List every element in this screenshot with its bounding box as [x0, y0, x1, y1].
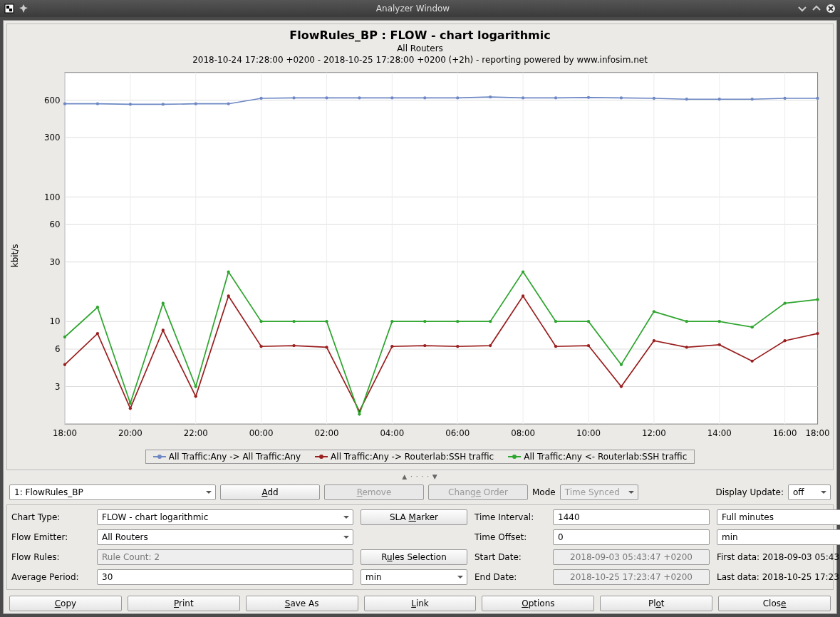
svg-text:08:00: 08:00: [511, 428, 535, 438]
svg-text:18:00: 18:00: [806, 428, 830, 438]
flow-emitter-select[interactable]: All Routers: [97, 529, 353, 545]
copy-button[interactable]: Copy: [9, 596, 122, 611]
y-axis-label: kbit/s: [7, 65, 23, 447]
svg-point-68: [783, 97, 786, 100]
save-as-button[interactable]: Save As: [246, 596, 358, 611]
time-offset-label: Time Offset:: [475, 532, 546, 542]
time-offset-input[interactable]: 0: [553, 529, 710, 545]
chart-type-label: Chart Type:: [11, 512, 90, 522]
svg-point-103: [358, 413, 361, 415]
legend-item-1: All Traffic:Any -> All Traffic:Any: [153, 452, 301, 462]
svg-point-75: [227, 294, 230, 297]
chart-range: 2018-10-24 17:28:00 +0200 - 2018-10-25 1…: [7, 55, 833, 65]
end-date-label: End Date:: [475, 572, 546, 582]
rules-selection-button[interactable]: Rules Selection: [361, 549, 467, 565]
svg-point-108: [522, 271, 524, 274]
svg-point-81: [423, 344, 426, 347]
svg-point-57: [423, 96, 426, 99]
svg-point-54: [325, 96, 328, 99]
svg-point-92: [783, 339, 786, 342]
flow-rules-field: Rule Count: 2: [97, 549, 353, 565]
svg-point-70: [63, 363, 66, 366]
svg-point-83: [489, 344, 492, 347]
svg-rect-2: [9, 9, 12, 11]
svg-point-80: [390, 345, 393, 348]
svg-point-107: [489, 320, 492, 323]
avg-period-input[interactable]: 30: [97, 569, 353, 585]
time-offset-unit[interactable]: min: [717, 529, 840, 545]
svg-point-105: [423, 320, 426, 323]
flow-emitter-label: Flow Emitter:: [11, 532, 90, 542]
chart-plot[interactable]: 3610306010030060018:0020:0022:0000:0002:…: [23, 65, 833, 447]
svg-point-104: [390, 320, 393, 323]
close-icon[interactable]: [826, 4, 836, 14]
pin-icon[interactable]: [19, 4, 28, 14]
svg-point-69: [816, 97, 819, 100]
flow-select[interactable]: 1: FlowRules_BP: [9, 484, 216, 500]
svg-point-58: [456, 96, 459, 99]
last-data-text: Last data: 2018-10-25 17:23: [717, 572, 840, 582]
remove-button: Remove: [324, 484, 424, 500]
start-date-field: 2018-09-03 05:43:47 +0200: [553, 549, 710, 565]
svg-text:20:00: 20:00: [118, 428, 142, 438]
form-panel: Chart Type: FLOW - chart logarithmic SLA…: [6, 504, 834, 590]
svg-point-90: [718, 343, 721, 346]
svg-text:3: 3: [55, 382, 61, 392]
svg-point-67: [751, 98, 754, 100]
svg-point-51: [227, 103, 230, 105]
avg-period-unit[interactable]: min: [361, 569, 467, 585]
svg-text:12:00: 12:00: [642, 428, 666, 438]
options-button[interactable]: Options: [482, 596, 594, 611]
svg-text:100: 100: [44, 192, 61, 202]
time-interval-unit[interactable]: Full minutes: [717, 509, 840, 525]
chart-title: FlowRules_BP : FLOW - chart logarithmic: [7, 28, 833, 42]
display-update-select[interactable]: off: [788, 484, 831, 500]
link-button[interactable]: Link: [364, 596, 477, 611]
svg-point-82: [456, 345, 459, 348]
svg-rect-1: [6, 6, 9, 9]
flow-toolbar: 1: FlowRules_BP Add Remove Change Order …: [6, 483, 834, 502]
sla-marker-button[interactable]: SLA Marker: [361, 509, 467, 525]
maximize-icon[interactable]: [812, 4, 821, 14]
svg-text:02:00: 02:00: [315, 428, 339, 438]
svg-text:6: 6: [55, 344, 61, 354]
splitter[interactable]: ▲ · · · · ▼: [6, 473, 834, 480]
close-button[interactable]: Close: [718, 596, 831, 611]
svg-point-86: [587, 344, 590, 347]
legend: All Traffic:Any -> All Traffic:Any All T…: [145, 450, 695, 464]
svg-point-115: [751, 326, 754, 328]
print-button[interactable]: Print: [128, 596, 240, 611]
chart-type-select[interactable]: FLOW - chart logarithmic: [97, 509, 353, 525]
svg-point-56: [390, 96, 393, 99]
bottom-toolbar: Copy Print Save As Link Options Plot Clo…: [6, 593, 834, 614]
svg-point-63: [620, 96, 623, 99]
svg-point-59: [489, 95, 492, 98]
titlebar[interactable]: Analyzer Window: [0, 0, 840, 17]
minimize-icon[interactable]: [797, 4, 807, 14]
svg-point-48: [129, 103, 132, 105]
svg-point-87: [620, 385, 623, 388]
add-button[interactable]: Add: [220, 484, 320, 500]
svg-text:06:00: 06:00: [445, 428, 470, 438]
svg-point-71: [96, 332, 99, 335]
svg-text:10:00: 10:00: [576, 428, 601, 438]
svg-point-88: [653, 339, 655, 342]
svg-point-61: [554, 96, 557, 99]
svg-point-89: [685, 346, 688, 348]
svg-text:300: 300: [44, 133, 61, 142]
svg-point-84: [522, 294, 524, 297]
time-interval-input[interactable]: 1440: [553, 509, 710, 525]
svg-point-52: [259, 97, 262, 100]
svg-point-91: [751, 360, 754, 363]
svg-point-99: [227, 271, 230, 274]
legend-item-3: All Traffic:Any <- Routerlab:SSH traffic: [508, 452, 687, 462]
time-interval-label: Time Interval:: [475, 512, 546, 522]
svg-text:04:00: 04:00: [380, 428, 404, 438]
svg-point-64: [653, 97, 655, 100]
plot-button[interactable]: Plot: [600, 596, 712, 611]
svg-point-116: [783, 301, 786, 304]
svg-point-66: [718, 98, 721, 100]
svg-point-110: [587, 320, 590, 323]
svg-point-60: [522, 96, 524, 99]
svg-text:22:00: 22:00: [184, 428, 208, 438]
